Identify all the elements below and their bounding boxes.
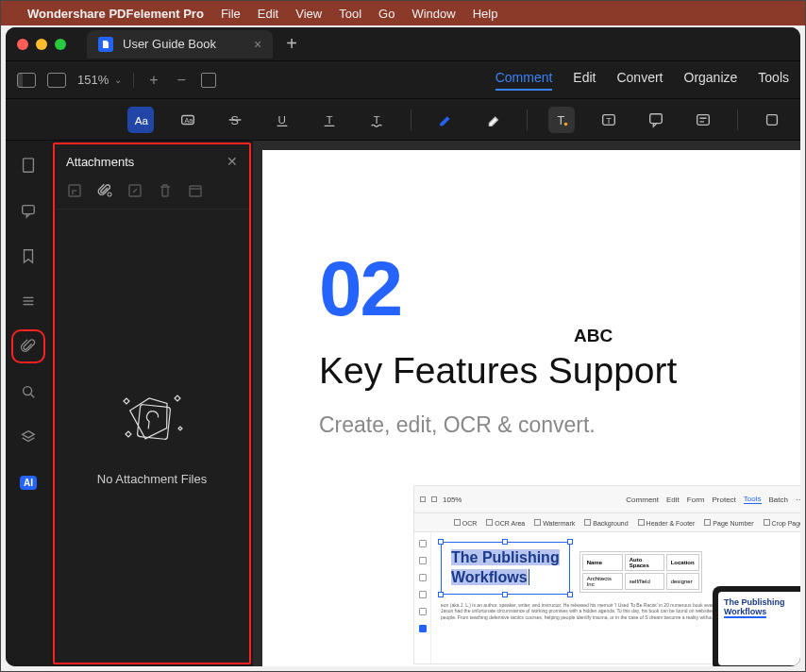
abc-annotation: ABC [574,326,744,346]
embedded-table: NameAuto SpacesLocation Architects Incse… [579,551,702,593]
search-icon[interactable] [17,380,40,403]
separator [527,109,528,130]
panel-title: Attachments [66,155,134,169]
underline-tool[interactable]: U [269,107,295,133]
delete-attachment-icon[interactable] [157,182,174,199]
minimize-window-button[interactable] [36,39,47,50]
open-attachment-icon[interactable] [66,182,83,199]
svg-text:T: T [373,112,379,125]
fit-to-width-icon[interactable] [201,73,216,88]
menu-file[interactable]: File [221,7,241,21]
close-window-button[interactable] [17,39,28,50]
edit-attachment-icon[interactable] [126,182,143,199]
svg-rect-18 [767,114,778,125]
list-icon[interactable] [17,290,40,312]
svg-text:U: U [278,112,286,125]
page-subheading: Create, edit, OCR & convert. [319,412,744,438]
text-cursor-tool[interactable]: T [548,107,575,133]
separator [133,73,134,88]
svg-point-11 [564,122,568,126]
view-double-page-icon[interactable] [47,73,66,88]
tab-tools[interactable]: Tools [758,70,789,91]
menu-tool[interactable]: Tool [339,7,361,21]
tab-close-icon[interactable]: × [254,37,261,52]
new-tab-button[interactable]: + [286,33,297,55]
document-tab[interactable]: User Guide Book × [87,30,273,59]
zoom-out-button[interactable]: − [174,72,190,89]
comment-toolbar: Aa Aa S U T T T T [6,99,800,141]
shapes-tool[interactable] [759,107,785,133]
window-controls [17,39,66,50]
maximize-window-button[interactable] [55,39,66,50]
zoom-in-button[interactable]: + [145,72,161,89]
text-callout-tool[interactable]: Aa [175,107,201,133]
svg-point-24 [24,387,32,395]
tab-title: User Guide Book [123,37,216,51]
mode-tabs: Comment Edit Convert Organize Tools [495,70,789,91]
svg-rect-19 [24,159,34,172]
svg-line-25 [31,395,35,398]
tablet-preview: The Publishing Workflows ‹› [713,586,800,666]
note-tool[interactable] [690,107,716,133]
svg-rect-14 [650,113,663,123]
svg-text:Aa: Aa [184,115,193,124]
menu-window[interactable]: Window [411,7,455,21]
separator [411,109,411,130]
svg-text:T: T [606,115,612,125]
caret-tool[interactable]: T [316,107,343,133]
ai-button[interactable]: AI [17,471,40,494]
svg-rect-20 [23,206,35,214]
squiggly-tool[interactable]: T [363,107,390,133]
thumbnail-icon[interactable] [17,154,40,176]
selected-text-box: The Publishing Workflows [441,542,570,595]
titlebar: User Guide Book × + [6,27,800,61]
comment-icon[interactable] [17,199,40,222]
tab-convert[interactable]: Convert [616,70,663,91]
text-box-tool[interactable]: T [596,107,622,133]
eraser-tool[interactable] [479,107,506,133]
attachment-empty-icon [114,387,190,453]
view-single-page-icon[interactable] [17,73,36,88]
strikethrough-tool[interactable]: S [222,107,248,133]
menu-edit[interactable]: Edit [258,7,278,21]
menu-view[interactable]: View [295,7,322,21]
zoom-control[interactable]: 151% ⌄ [77,73,122,87]
zoom-value: 151% [77,73,109,87]
menu-go[interactable]: Go [378,7,395,21]
svg-rect-31 [190,186,201,196]
attachments-panel: Attachments ✕ No At [53,143,251,664]
tab-edit[interactable]: Edit [573,70,596,91]
panel-empty-state: No Attachment Files [55,210,249,663]
page-heading: Key Features Support [319,350,744,392]
app-name[interactable]: Wondershare PDFelement Pro [27,7,204,21]
app-window: User Guide Book × + 151% ⌄ + − Comment E… [6,27,800,666]
top-toolbar: 151% ⌄ + − Comment Edit Convert Organize… [6,61,800,99]
chevron-down-icon: ⌄ [114,75,122,85]
bookmark-icon[interactable] [17,244,40,267]
highlighter-tool[interactable] [432,107,459,133]
panel-toolbar [55,178,249,210]
save-attachment-icon[interactable] [187,182,204,199]
page-chapter-number: 02 [319,244,744,333]
pdf-page: 02 ABC Key Features Support Create, edit… [262,150,800,666]
attachment-icon[interactable] [17,335,40,358]
close-icon[interactable]: ✕ [227,154,238,169]
pdf-icon [98,37,113,52]
left-sidebar: AI [6,141,51,666]
tab-comment[interactable]: Comment [495,70,553,91]
embedded-screenshot: 105% Comment Edit Form Protect Tools Bat… [413,485,800,664]
callout-tool[interactable] [643,107,669,133]
empty-message: No Attachment Files [97,472,207,486]
document-canvas[interactable]: 02 ABC Key Features Support Create, edit… [253,141,800,666]
tab-organize[interactable]: Organize [684,70,738,91]
svg-text:T: T [326,112,332,125]
macos-menubar: Wondershare PDFelement Pro File Edit Vie… [1,1,805,25]
text-annotation-tool[interactable]: Aa [127,107,154,133]
separator [737,109,738,130]
svg-text:Aa: Aa [135,113,149,126]
svg-text:T: T [558,113,565,126]
menu-help[interactable]: Help [473,7,498,21]
layers-icon[interactable] [17,426,40,448]
add-attachment-icon[interactable] [96,182,113,199]
svg-rect-15 [697,114,710,125]
